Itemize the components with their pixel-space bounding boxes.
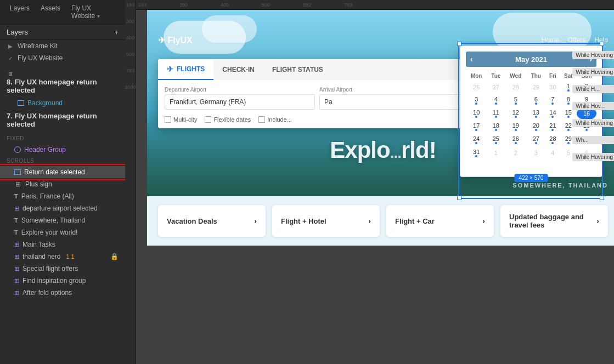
ruler-top-4: 500	[262, 2, 270, 8]
layer-after-fold[interactable]: ⊞ After fold options	[0, 287, 125, 299]
cal-day-5-4[interactable]: 4	[545, 146, 560, 160]
layer-background[interactable]: Background	[0, 97, 125, 109]
ruler-val-6: 1000	[125, 84, 136, 90]
hovering-labels-container: While Hovering While Hovering While H...…	[572, 51, 614, 161]
cal-day-3-1[interactable]: 18	[487, 120, 505, 133]
cal-day-3-2[interactable]: 19	[505, 120, 526, 133]
cal-day-0-1[interactable]: 27	[487, 81, 505, 94]
layer-8-header[interactable]: ⊞ 8. Fly UX homepage return selected	[0, 67, 125, 97]
departure-input[interactable]: Frankfurt, Germany (FRA)	[165, 94, 315, 110]
explore-text-icon: T	[14, 229, 18, 236]
cal-day-tue: Tue	[487, 71, 505, 81]
cal-day-3-0[interactable]: 17	[466, 120, 487, 133]
hero-location: SOMEWHERE, THAILAND	[512, 182, 608, 189]
ruler-top-3: 400	[221, 2, 229, 8]
ellipsis: ...	[390, 144, 401, 161]
cal-day-2-2[interactable]: 12	[505, 107, 526, 120]
cal-day-5-3[interactable]: 3	[526, 146, 545, 160]
scrolls-section-label: SCROLLS	[0, 156, 125, 166]
flexible-dates-cb	[205, 116, 211, 123]
tab-layers[interactable]: Layers	[4, 0, 35, 24]
layer-plus-sign[interactable]: ⊞ Plus sign	[0, 178, 125, 190]
cal-prev-button[interactable]: ‹	[470, 55, 473, 64]
cal-day-0-2[interactable]: 28	[505, 81, 526, 94]
cal-day-2-0[interactable]: 10	[466, 107, 487, 120]
canvas[interactable]: ✈ FlyUX Home Offers Help ✈ FLIGHTS	[136, 10, 614, 364]
departure-airport-label: departure airport selected	[22, 204, 98, 212]
somewhere-thailand-label: Somewhere, Thailand	[21, 217, 86, 224]
cal-day-5-0[interactable]: 31	[466, 146, 487, 160]
chevron-icon: ▾	[97, 13, 100, 19]
layer-return-date[interactable]: Return date selected	[0, 166, 125, 178]
arrival-input[interactable]: Pa	[319, 94, 470, 110]
explore-world-label: Explore your world!	[21, 229, 78, 236]
search-options: Multi-city Flexible dates Include...	[158, 116, 476, 128]
layer-paris-france[interactable]: T Paris, France (All)	[0, 190, 125, 202]
layer-explore-world[interactable]: T Explore your world!	[0, 226, 125, 238]
card-flight-car[interactable]: Flight + Car ›	[386, 205, 494, 237]
layer-special-flight[interactable]: ⊞ Special flight offers	[0, 263, 125, 275]
ruler-val-1: 193	[126, 2, 134, 8]
layer-somewhere-thailand[interactable]: T Somewhere, Thailand	[0, 214, 125, 226]
cal-day-2-1[interactable]: 11	[487, 107, 505, 120]
cal-day-2-3[interactable]: 13	[526, 107, 545, 120]
find-inspiration-icon: ⊞	[14, 277, 19, 285]
arrival-field-group: Arrival Airport Pa	[319, 87, 470, 110]
nav-link-home[interactable]: Home	[542, 36, 559, 44]
special-flight-icon: ⊞	[14, 265, 19, 272]
layer-wireframe-kit[interactable]: ▶ Wireframe Kit	[0, 40, 125, 52]
cal-day-4-3[interactable]: 27	[526, 133, 545, 146]
cal-day-4-2[interactable]: 26	[505, 133, 526, 146]
cal-day-2-4[interactable]: 14	[545, 107, 560, 120]
card-vacation-deals[interactable]: Vacation Deals ›	[158, 205, 266, 237]
cal-day-4-4[interactable]: 28	[545, 133, 560, 146]
layer-main-tasks[interactable]: ⊞ Main Tasks	[0, 238, 125, 251]
nav-link-offers[interactable]: Offers	[568, 36, 585, 44]
cal-day-1-2[interactable]: 5	[505, 94, 526, 107]
hover-label-7: While Hovering	[572, 153, 614, 161]
layer-departure-airport[interactable]: ⊞ departure airport selected	[0, 202, 125, 214]
size-badge: 422 × 570	[515, 174, 548, 182]
cal-day-4-1[interactable]: 25	[487, 133, 505, 146]
ruler-left: 193 300 400 500 763 1000	[125, 0, 136, 364]
cal-day-3-4[interactable]: 21	[545, 120, 560, 133]
canvas-inner: ✈ FlyUX Home Offers Help ✈ FLIGHTS	[136, 10, 614, 246]
cal-day-0-0[interactable]: 26	[466, 81, 487, 94]
flight-hotel-arrow: ›	[368, 217, 371, 225]
website-title-tab[interactable]: Fly UX Website ▾	[66, 0, 121, 24]
tab-flights[interactable]: ✈ FLIGHTS	[158, 59, 213, 80]
tab-assets[interactable]: Assets	[35, 0, 66, 24]
multi-city-checkbox[interactable]: Multi-city	[165, 116, 197, 123]
nav-link-help[interactable]: Help	[594, 36, 608, 44]
baggage-arrow: ›	[596, 217, 599, 225]
layer-thailand-hero[interactable]: ⊞ thailand hero 1 1 🔒	[0, 251, 125, 263]
include-checkbox[interactable]: Include...	[258, 116, 292, 123]
layer-header-group[interactable]: Header Group	[0, 144, 125, 156]
multi-city-cb	[165, 116, 171, 123]
cal-day-1-3[interactable]: 6	[526, 94, 545, 107]
layer-fly-ux[interactable]: ✓ Fly UX Website	[0, 52, 125, 64]
tab-flight-status[interactable]: FLIGHT STATUS	[263, 59, 332, 80]
layer-find-inspiration[interactable]: ⊞ Find inspiration group	[0, 275, 125, 287]
cal-day-4-0[interactable]: 24	[466, 133, 487, 146]
paris-france-label: Paris, France (All)	[21, 192, 74, 200]
ruler-top-6: 763	[344, 2, 352, 8]
cal-day-0-4[interactable]: 30	[545, 81, 560, 94]
tab-layers-label: Layers	[10, 4, 30, 12]
tab-check-in[interactable]: CHECK-IN	[213, 59, 263, 80]
layer-7-header[interactable]: 7. Fly UX homepage return selected	[0, 109, 125, 131]
card-baggage[interactable]: Updated baggage and travel fees ›	[500, 205, 608, 237]
calendar-title: May 2021	[515, 55, 547, 64]
cal-day-1-1[interactable]: 4	[487, 94, 505, 107]
card-flight-hotel[interactable]: Flight + Hotel ›	[272, 205, 380, 237]
cal-day-wed: Wed	[505, 71, 526, 81]
cal-day-5-1[interactable]: 1	[487, 146, 505, 160]
cal-day-1-4[interactable]: 7	[545, 94, 560, 107]
flexible-dates-checkbox[interactable]: Flexible dates	[205, 116, 251, 123]
cal-day-0-3[interactable]: 29	[526, 81, 545, 94]
cal-day-3-3[interactable]: 20	[526, 120, 545, 133]
cal-day-5-2[interactable]: 2	[505, 146, 526, 160]
layer-8-icon: ⊞	[7, 70, 14, 78]
add-layer-button[interactable]: +	[114, 28, 119, 36]
cal-day-1-0[interactable]: 3	[466, 94, 487, 107]
